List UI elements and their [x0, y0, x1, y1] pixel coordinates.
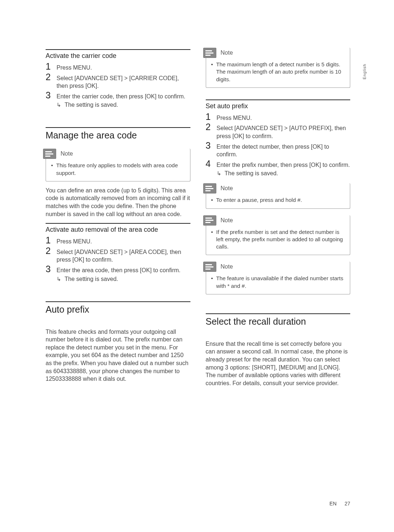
- note-bullet: • The feature is unavailable if the dial…: [211, 275, 345, 290]
- steps-list: 1 Press MENU. 2 Select [ADVANCED SET] > …: [206, 112, 351, 177]
- subheading-activate-carrier: Activate the carrier code: [46, 52, 190, 60]
- note-header: Note: [203, 262, 350, 272]
- note-header: Note: [203, 183, 350, 193]
- step: 1 Press MENU.: [46, 236, 190, 246]
- two-column-layout: Activate the carrier code 1 Press MENU. …: [46, 49, 350, 392]
- step-number: 2: [46, 246, 57, 255]
- step: 2 Select [ADVANCED SET] > [AUTO PREFIX],…: [206, 122, 351, 140]
- step-number: 3: [46, 91, 57, 100]
- result-text: The setting is saved.: [225, 170, 278, 177]
- note-text: If the prefix number is set and the dete…: [216, 228, 345, 251]
- right-column: Note • The maximum length of a detect nu…: [206, 49, 351, 392]
- note-bullet: • This feature only applies to models wi…: [51, 162, 185, 177]
- heading-manage-area-code: Manage the area code: [46, 130, 190, 141]
- bullet-dot-icon: •: [211, 228, 216, 251]
- step-text: Enter the detect number, then press [OK]…: [217, 143, 351, 159]
- page-footer: EN 27: [329, 501, 350, 506]
- note-label: Note: [221, 263, 233, 270]
- note-bullet: • To enter a pause, press and hold #.: [211, 196, 345, 204]
- result-row: ↳ The setting is saved.: [217, 170, 351, 177]
- step: 1 Press MENU.: [206, 112, 351, 122]
- divider: [46, 223, 190, 224]
- note-text: To enter a pause, press and hold #.: [216, 196, 302, 204]
- step-number: 2: [46, 73, 57, 82]
- step-text: Press MENU.: [217, 114, 252, 122]
- note-box: Note • To enter a pause, press and hold …: [206, 183, 351, 208]
- result-arrow-icon: ↳: [57, 276, 65, 282]
- step: 3 Enter the carrier code, then press [OK…: [46, 91, 190, 101]
- divider: [206, 99, 351, 100]
- step: 3 Enter the detect number, then press [O…: [206, 141, 351, 159]
- note-icon: [203, 48, 216, 58]
- step: 3 Enter the area code, then press [OK] t…: [46, 265, 190, 274]
- note-body: • To enter a pause, press and hold #.: [206, 196, 350, 208]
- language-side-label: English: [362, 64, 367, 79]
- heading-auto-prefix: Auto prefix: [46, 304, 190, 315]
- step: 1 Press MENU.: [46, 62, 190, 72]
- manual-page: English Activate the carrier code 1 Pres…: [0, 0, 394, 532]
- paragraph: You can define an area code (up to 5 dig…: [46, 187, 190, 218]
- subheading-set-auto-prefix: Set auto prefix: [206, 102, 351, 110]
- result-row: ↳ The setting is saved.: [57, 276, 190, 282]
- note-label: Note: [61, 150, 73, 157]
- divider: [46, 49, 190, 50]
- result-text: The setting is saved.: [65, 276, 118, 282]
- bullet-dot-icon: •: [51, 162, 56, 177]
- step-number: 4: [206, 159, 217, 168]
- note-icon: [203, 183, 216, 193]
- divider: [46, 301, 190, 302]
- step-number: 3: [46, 265, 57, 274]
- result-row: ↳ The setting is saved.: [57, 102, 190, 108]
- step-text: Enter the carrier code, then press [OK] …: [57, 93, 185, 101]
- note-icon: [203, 262, 216, 272]
- step-text: Press MENU.: [57, 64, 92, 72]
- note-header: Note: [203, 48, 350, 58]
- result-text: The setting is saved.: [65, 102, 118, 108]
- step-number: 2: [206, 122, 217, 132]
- note-box: Note • The feature is unavailable if the…: [206, 262, 351, 294]
- left-column: Activate the carrier code 1 Press MENU. …: [46, 49, 190, 392]
- note-box: Note • This feature only applies to mode…: [46, 149, 190, 181]
- note-label: Note: [221, 50, 233, 56]
- step-text: Enter the area code, then press [OK] to …: [57, 266, 181, 274]
- step: 2 Select [ADVANCED SET] > [AREA CODE], t…: [46, 246, 190, 264]
- note-box: Note • The maximum length of a detect nu…: [206, 48, 351, 88]
- heading-select-recall: Select the recall duration: [206, 316, 351, 327]
- note-header: Note: [43, 149, 190, 159]
- step: 4 Enter the prefix number, then press [O…: [206, 159, 351, 169]
- note-icon: [43, 149, 56, 159]
- note-body: • If the prefix number is set and the de…: [206, 228, 350, 255]
- bullet-dot-icon: •: [211, 61, 216, 83]
- step-text: Enter the prefix number, then press [OK]…: [217, 161, 350, 169]
- note-header: Note: [203, 215, 350, 226]
- step-text: Select [ADVANCED SET] > [AUTO PREFIX], t…: [217, 124, 351, 140]
- note-bullet: • If the prefix number is set and the de…: [211, 228, 345, 251]
- step-number: 1: [46, 62, 57, 71]
- note-icon: [203, 215, 216, 226]
- note-text: This feature only applies to models with…: [56, 162, 185, 177]
- result-arrow-icon: ↳: [217, 170, 225, 177]
- note-text: The maximum length of a detect number is…: [216, 61, 345, 83]
- subheading-auto-removal: Activate auto removal of the area code: [46, 226, 190, 234]
- note-body: • The feature is unavailable if the dial…: [206, 275, 350, 294]
- step-number: 1: [206, 112, 217, 121]
- note-label: Note: [221, 217, 233, 224]
- note-label: Note: [221, 185, 233, 192]
- note-body: • This feature only applies to models wi…: [46, 162, 190, 181]
- note-box: Note • If the prefix number is set and t…: [206, 215, 351, 255]
- step-number: 1: [46, 236, 57, 245]
- bullet-dot-icon: •: [211, 275, 216, 290]
- steps-list: 1 Press MENU. 2 Select [ADVANCED SET] > …: [46, 62, 190, 108]
- step-number: 3: [206, 141, 217, 150]
- divider: [206, 313, 351, 314]
- footer-lang: EN: [329, 501, 336, 506]
- steps-list: 1 Press MENU. 2 Select [ADVANCED SET] > …: [46, 236, 190, 282]
- note-body: • The maximum length of a detect number …: [206, 61, 350, 87]
- paragraph: Ensure that the recall time is set corre…: [206, 340, 351, 387]
- paragraph: This feature checks and formats your out…: [46, 328, 190, 383]
- divider: [46, 127, 190, 128]
- result-arrow-icon: ↳: [57, 102, 65, 108]
- footer-page-number: 27: [344, 501, 350, 506]
- step-text: Select [ADVANCED SET] > [AREA CODE], the…: [57, 248, 190, 264]
- step: 2 Select [ADVANCED SET] > [CARRIER CODE]…: [46, 73, 190, 90]
